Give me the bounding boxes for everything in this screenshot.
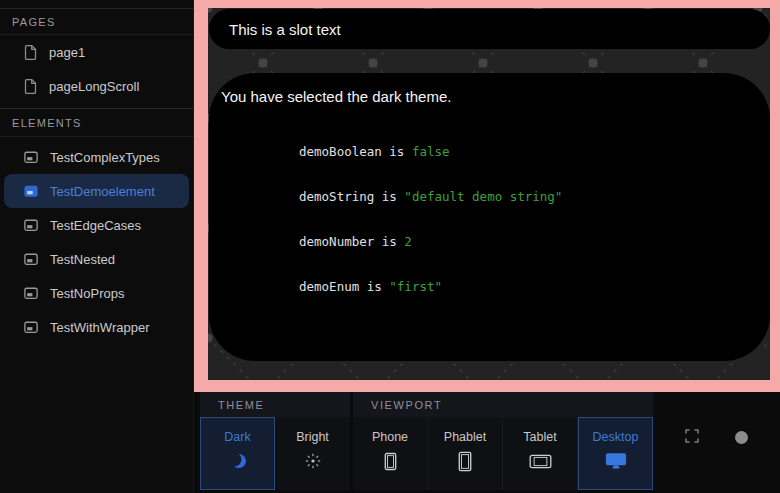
component-icon bbox=[24, 219, 38, 232]
code-value: 2 bbox=[404, 234, 412, 249]
component-icon bbox=[24, 151, 38, 164]
sidebar-item-testedgecases[interactable]: TestEdgeCases bbox=[0, 208, 193, 242]
section-header-elements: ELEMENTS bbox=[0, 108, 193, 137]
sidebar-item-testnested[interactable]: TestNested bbox=[0, 242, 193, 276]
elements-list: TestComplexTypes TestDemoelement TestEdg… bbox=[0, 137, 193, 344]
viewport-phablet-button[interactable]: Phablet bbox=[428, 417, 503, 490]
theme-message: You have selected the dark theme. bbox=[221, 88, 750, 105]
component-icon bbox=[24, 253, 38, 266]
component-icon bbox=[24, 287, 38, 300]
theme-panel-header: THEME bbox=[200, 392, 350, 417]
page-icon bbox=[24, 45, 37, 60]
sidebar-item-label: TestNested bbox=[50, 252, 115, 267]
phone-icon bbox=[382, 451, 399, 471]
sun-icon bbox=[304, 451, 322, 471]
sidebar-item-testcomplextypes[interactable]: TestComplexTypes bbox=[0, 140, 193, 174]
sidebar-item-testdemoelement[interactable]: TestDemoelement bbox=[4, 174, 189, 208]
component-icon-selected bbox=[24, 185, 38, 198]
sidebar-item-label: page1 bbox=[49, 45, 85, 60]
code-line: demoNumber is 2 bbox=[299, 234, 750, 249]
sidebar: PAGES page1 pageLongScroll ELEMENTS bbox=[0, 0, 194, 493]
viewport-buttons: Phone Phablet Tablet bbox=[353, 417, 653, 493]
theme-bright-button[interactable]: Bright bbox=[275, 417, 350, 490]
viewport-phone-label: Phone bbox=[372, 430, 408, 444]
sidebar-item-testnoprops[interactable]: TestNoProps bbox=[0, 276, 193, 310]
viewport-desktop-button[interactable]: Desktop bbox=[578, 417, 653, 490]
tablet-icon bbox=[529, 451, 552, 471]
theme-buttons: Dark Bright bbox=[200, 417, 350, 493]
viewport-desktop-label: Desktop bbox=[593, 430, 639, 444]
viewport-tablet-label: Tablet bbox=[523, 430, 556, 444]
sidebar-item-label: TestComplexTypes bbox=[50, 150, 160, 165]
preview-canvas: This is a slot text You have selected th… bbox=[208, 8, 770, 380]
theme-dark-button[interactable]: Dark bbox=[200, 417, 275, 490]
props-code-block: demoBoolean is false demoString is "defa… bbox=[299, 114, 750, 324]
sidebar-item-pagelongscroll[interactable]: pageLongScroll bbox=[0, 69, 193, 103]
sidebar-item-label: TestDemoelement bbox=[50, 184, 155, 199]
component-icon bbox=[24, 321, 38, 334]
viewport-tablet-button[interactable]: Tablet bbox=[503, 417, 578, 490]
code-value: "default demo string" bbox=[404, 189, 562, 204]
phablet-icon bbox=[456, 451, 474, 471]
viewport-panel: VIEWPORT Phone Phablet bbox=[353, 392, 653, 493]
slot-text-box: This is a slot text bbox=[209, 9, 770, 49]
sidebar-item-testwithwrapper[interactable]: TestWithWrapper bbox=[0, 310, 193, 344]
sidebar-item-page1[interactable]: page1 bbox=[0, 35, 193, 69]
theme-panel-title: THEME bbox=[218, 399, 265, 411]
status-dot-icon[interactable] bbox=[735, 431, 748, 444]
viewport-phone-button[interactable]: Phone bbox=[353, 417, 428, 490]
sidebar-item-label: TestNoProps bbox=[50, 286, 124, 301]
toolbar-right-zone bbox=[653, 392, 780, 493]
section-header-pages: PAGES bbox=[0, 8, 193, 35]
theme-dark-label: Dark bbox=[224, 430, 250, 444]
bottom-toolbar: THEME Dark Bright bbox=[194, 392, 780, 493]
pages-section-title: PAGES bbox=[12, 16, 56, 28]
code-line: demoBoolean is false bbox=[299, 144, 750, 159]
viewport-panel-title: VIEWPORT bbox=[371, 399, 442, 411]
theme-bright-label: Bright bbox=[296, 430, 329, 444]
preview-frame: This is a slot text You have selected th… bbox=[194, 0, 780, 392]
moon-icon bbox=[228, 451, 248, 471]
pages-list: page1 pageLongScroll bbox=[0, 35, 193, 103]
sidebar-item-label: pageLongScroll bbox=[49, 79, 139, 94]
theme-panel: THEME Dark Bright bbox=[200, 392, 350, 493]
desktop-icon bbox=[605, 451, 627, 471]
viewport-panel-header: VIEWPORT bbox=[353, 392, 653, 417]
demo-element-box: You have selected the dark theme. demoBo… bbox=[209, 73, 770, 361]
slot-text: This is a slot text bbox=[229, 21, 341, 38]
code-value: "first" bbox=[389, 279, 442, 294]
code-line: demoString is "default demo string" bbox=[299, 189, 750, 204]
fullscreen-icon[interactable] bbox=[685, 429, 699, 443]
sidebar-item-label: TestWithWrapper bbox=[50, 320, 149, 335]
page-icon bbox=[24, 79, 37, 94]
sidebar-top-gap bbox=[0, 0, 193, 8]
code-value: false bbox=[412, 144, 450, 159]
viewport-phablet-label: Phablet bbox=[444, 430, 486, 444]
sidebar-item-label: TestEdgeCases bbox=[50, 218, 141, 233]
elements-section-title: ELEMENTS bbox=[12, 117, 82, 129]
code-line: demoEnum is "first" bbox=[299, 279, 750, 294]
